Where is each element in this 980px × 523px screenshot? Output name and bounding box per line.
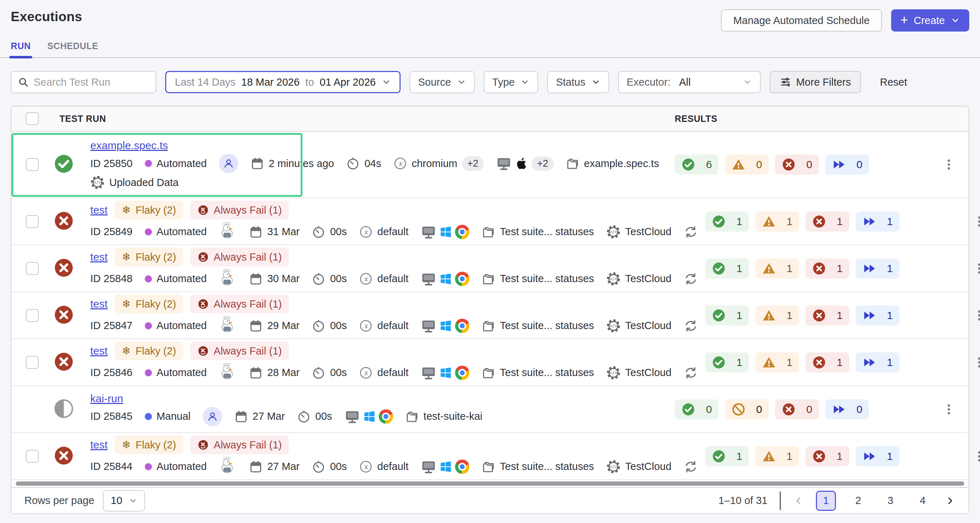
profile-icon: x	[359, 225, 373, 239]
run-name-link[interactable]: test	[90, 439, 108, 451]
run-details: test ❄Flaky (2) Always Fail (1) ID 25848…	[90, 248, 705, 289]
run-suite: test-suite-kai	[423, 410, 482, 422]
avatar	[219, 222, 237, 242]
next-page-button[interactable]	[945, 495, 956, 506]
row-checkbox[interactable]	[26, 215, 39, 228]
os-more-badge: +2	[532, 156, 554, 171]
duration-icon	[346, 157, 360, 170]
page-button-4[interactable]: 4	[913, 491, 933, 511]
chrome-icon	[455, 319, 469, 333]
testcloud-icon: </>	[606, 225, 620, 239]
chrome-icon	[455, 459, 469, 474]
always-fail-badge: Always Fail (1)	[190, 201, 289, 219]
pagination: 1–10 of 31 1 2 3 4	[718, 491, 956, 511]
always-fail-icon	[197, 204, 209, 216]
skipped-count: 1	[856, 446, 899, 466]
row-checkbox[interactable]	[26, 262, 39, 275]
row-checkbox[interactable]	[26, 450, 39, 463]
windows-icon	[439, 225, 452, 238]
failed-count: 1	[805, 258, 849, 279]
page-title: Executions	[11, 9, 82, 24]
run-name-link[interactable]: test	[90, 298, 108, 310]
scrollbar-thumb[interactable]	[16, 482, 964, 486]
skipped-count: 1	[856, 258, 899, 279]
date-range-filter[interactable]: Last 14 Days 18 Mar 2026 to 01 Apr 2026	[165, 71, 401, 93]
run-id: ID 25845	[90, 410, 132, 422]
failed-icon	[812, 355, 826, 370]
avatar	[219, 268, 237, 289]
row-checkbox[interactable]	[26, 309, 39, 322]
row-menu-button[interactable]	[929, 157, 969, 172]
suite-folder-icon	[405, 410, 419, 423]
warning-icon	[731, 157, 746, 172]
reset-filters-link[interactable]: Reset	[880, 77, 907, 88]
row-menu-button[interactable]	[929, 402, 969, 416]
svg-text:</>: </>	[609, 276, 617, 281]
run-name-link[interactable]: test	[90, 251, 108, 263]
kebab-icon	[972, 262, 980, 276]
previous-page-button[interactable]	[793, 495, 804, 506]
failed-icon	[781, 157, 796, 172]
type-filter-label: Type	[492, 77, 515, 88]
source-filter[interactable]: Source	[410, 71, 475, 93]
column-test-run: TEST RUN	[53, 114, 675, 124]
manual-dot-icon	[145, 413, 152, 420]
results-cell: 1 1 1 1	[705, 258, 959, 279]
run-name-link[interactable]: test	[90, 204, 108, 216]
run-mode: Manual	[157, 410, 191, 422]
page-button-2[interactable]: 2	[848, 491, 868, 511]
snowflake-icon: ❄	[122, 346, 131, 356]
rows-per-page-select[interactable]: 10	[103, 490, 145, 512]
run-name-link[interactable]: test	[90, 345, 108, 357]
run-details: example.spec.ts ID 25850 Automated 2 min…	[90, 139, 675, 190]
fast-forward-icon	[832, 157, 846, 172]
select-all-checkbox[interactable]	[26, 112, 39, 125]
tab-run[interactable]: RUN	[11, 41, 31, 57]
snowflake-icon: ❄	[122, 440, 131, 450]
windows-icon	[439, 319, 452, 332]
row-menu-button[interactable]	[959, 449, 980, 464]
row-menu-button[interactable]	[959, 214, 980, 229]
duration-icon	[312, 272, 325, 286]
run-name-link[interactable]: example.spec.ts	[90, 139, 168, 151]
calendar-icon	[249, 460, 262, 474]
row-menu-button[interactable]	[959, 262, 980, 276]
tab-schedule[interactable]: SCHEDULE	[47, 41, 98, 57]
create-button[interactable]: + Create	[891, 9, 969, 32]
row-menu-button[interactable]	[959, 308, 980, 323]
executor-filter[interactable]: Executor: All	[618, 71, 761, 93]
row-menu-button[interactable]	[959, 355, 980, 370]
failed-count: 1	[805, 305, 849, 325]
flaky-badge: ❄Flaky (2)	[115, 248, 183, 266]
more-filters-button[interactable]: More Filters	[770, 71, 861, 93]
run-name-link[interactable]: kai-run	[90, 392, 123, 405]
svg-text:x: x	[364, 369, 368, 376]
svg-text:</>: </>	[94, 180, 101, 185]
status-incomplete-icon	[53, 398, 75, 421]
manage-automated-schedule-button[interactable]: Manage Automated Schedule	[721, 9, 882, 32]
row-checkbox[interactable]	[26, 158, 39, 171]
type-filter[interactable]: Type	[484, 71, 539, 93]
run-suite: example.spec.ts	[584, 158, 659, 169]
run-profile: default	[377, 461, 409, 472]
run-duration: 00s	[330, 367, 347, 378]
skipped-count: 1	[856, 212, 899, 231]
always-fail-icon	[197, 298, 209, 310]
run-duration: 00s	[330, 461, 347, 472]
always-fail-icon	[197, 439, 209, 451]
page-button-3[interactable]: 3	[880, 491, 900, 511]
status-passed-icon	[53, 153, 75, 176]
page-button-1[interactable]: 1	[816, 491, 836, 511]
search-input[interactable]	[34, 77, 149, 88]
passed-count: 1	[705, 352, 749, 372]
run-mode: Automated	[157, 158, 207, 169]
chevron-down-icon	[520, 77, 530, 87]
kebab-icon	[972, 214, 980, 229]
run-profile: chromium	[412, 158, 457, 169]
status-filter[interactable]: Status	[547, 71, 609, 93]
chevron-down-icon	[743, 77, 752, 87]
row-checkbox[interactable]	[26, 356, 39, 369]
run-suite: Test suite... statuses	[500, 367, 594, 378]
chevron-left-icon	[793, 495, 804, 506]
flaky-badge: ❄Flaky (2)	[115, 341, 183, 360]
